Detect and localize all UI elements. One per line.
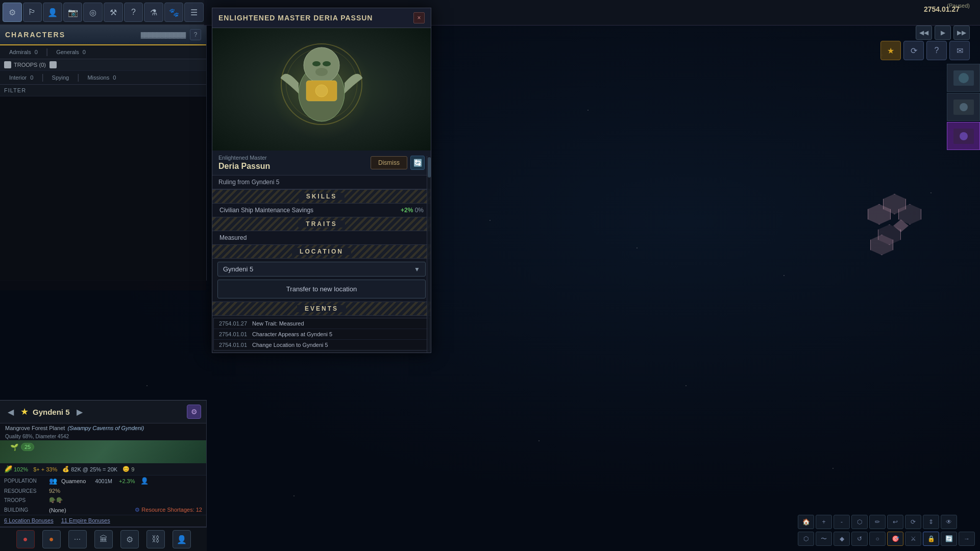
troops-icons: 🪖🪖 — [49, 497, 63, 504]
transfer-button[interactable]: Transfer to new location — [217, 280, 426, 298]
resources-row: RESOURCES 92% — [0, 486, 206, 495]
building-label: BUILDING — [4, 507, 45, 513]
planet-prev-button[interactable]: ◀ — [5, 407, 16, 417]
map-ctrl-undo[interactable]: ↩ — [887, 515, 903, 529]
empire-bonuses-link[interactable]: 11 Empire Bonuses — [61, 517, 110, 523]
event-text-2: Change Location to Gyndeni 5 — [252, 342, 328, 348]
map-ctrl-hex2[interactable]: ⬡ — [798, 532, 814, 546]
spying-tab[interactable]: Spying — [45, 72, 76, 83]
modal-close-button[interactable]: × — [413, 12, 425, 23]
map-ctrl-refresh[interactable]: 🔄 — [941, 532, 957, 546]
toolbar-camera-btn[interactable]: 📷 — [63, 3, 83, 22]
cycle-action-button[interactable]: ⟳ — [903, 41, 924, 60]
map-ctrl-wave[interactable]: 〜 — [816, 532, 832, 546]
toolbar-question-btn[interactable]: ? — [124, 3, 143, 22]
svg-point-9 — [323, 61, 331, 66]
admirals-tab[interactable]: Admirals 0 — [3, 47, 44, 57]
characters-panel: ⚙ 🏳 👤 📷 ◎ ⚒ ? ⚗ 🐾 ☰ CHARACTERS ▓▓▓▓▓▓▓▓▓… — [0, 0, 207, 281]
dismiss-button[interactable]: Dismiss — [371, 156, 407, 169]
thumbnail-3[interactable] — [947, 122, 980, 150]
skill-name: Civilian Ship Maintenance Savings — [219, 207, 313, 214]
map-ctrl-sword[interactable]: ⚔ — [905, 532, 921, 546]
thumbnail-2[interactable] — [947, 93, 980, 121]
svg-point-5 — [960, 132, 968, 140]
modal-title-bar: ENLIGHTENED MASTER DERIA PASSUN × — [212, 8, 431, 28]
modal-scrollbar[interactable] — [427, 156, 431, 353]
happiness-stat: 😊 9 — [122, 466, 134, 472]
map-ctrl-zoom-out[interactable]: - — [834, 515, 850, 529]
toolbar-flag-btn[interactable]: 🏳 — [23, 3, 42, 22]
map-ctrl-row-2: ⬡ 〜 ◆ ↺ ○ 🎯 ⚔ 🔒 🔄 → — [798, 532, 975, 546]
characters-help-button[interactable]: ? — [190, 29, 201, 40]
thumbnail-1[interactable] — [947, 64, 980, 92]
resources-label: RESOURCES — [4, 488, 45, 494]
mail-action-button[interactable]: ✉ — [949, 41, 970, 60]
money-pct-value: + 33% — [41, 466, 58, 472]
skill-row: Civilian Ship Maintenance Savings +2% 0% — [212, 204, 431, 217]
event-date-2: 2754.01.01 — [219, 342, 247, 348]
character-list — [0, 96, 206, 290]
map-ctrl-zoom-in[interactable]: + — [816, 515, 832, 529]
fast-forward-button[interactable]: ▶▶ — [953, 26, 970, 40]
bottom-toolbar: ● ● ··· 🏛 ⚙ ⛓ 👤 — [0, 527, 207, 551]
pop-race: Quameno — [61, 478, 86, 484]
planet-settings-button[interactable]: ⚙ — [187, 405, 201, 419]
location-bonuses-link[interactable]: 6 Location Bonuses — [4, 517, 54, 523]
play-button[interactable]: ▶ — [935, 26, 951, 40]
game-date: 2754.01.27 — [924, 5, 960, 13]
character-role: Enlightened Master — [218, 155, 270, 161]
resources-value: 92% — [49, 488, 60, 494]
map-ctrl-target[interactable]: 🎯 — [887, 532, 903, 546]
event-row-2: 2754.01.01 Change Location to Gyndeni 5 — [214, 340, 429, 350]
pop-growth: +2.3% — [119, 478, 135, 484]
right-panel-thumbnails — [947, 64, 980, 150]
planet-next-button[interactable]: ▶ — [74, 407, 85, 417]
toolbar-grid-btn[interactable]: ⚙ — [3, 3, 22, 22]
map-ctrl-arrows[interactable]: ⇕ — [923, 515, 939, 529]
bottom-tool-orange[interactable]: ● — [42, 530, 61, 548]
happiness-icon: 😊 — [122, 466, 130, 472]
toolbar-flask-btn[interactable]: ⚗ — [144, 3, 163, 22]
map-ctrl-circle[interactable]: ○ — [869, 532, 886, 546]
map-ctrl-cycle[interactable]: ↺ — [851, 532, 868, 546]
money-stat-icon: $+ — [33, 466, 40, 472]
bottom-tool-link[interactable]: ⛓ — [146, 530, 165, 548]
map-ctrl-rotate[interactable]: ⟳ — [905, 515, 921, 529]
role-subtabs: Interior 0 | Spying | Missions 0 — [0, 71, 206, 85]
money-amount-stat: 💰 82K @ 25% = 20K — [62, 466, 117, 472]
interior-tab[interactable]: Interior 0 — [3, 72, 40, 83]
toolbar-person-btn[interactable]: 👤 — [43, 3, 62, 22]
map-ctrl-arrow-right[interactable]: → — [959, 532, 975, 546]
map-ctrl-shield[interactable]: 🔒 — [923, 532, 939, 546]
svg-point-12 — [315, 68, 328, 76]
skills-title: SKILLS — [299, 193, 345, 200]
toolbar-hammer-btn[interactable]: ⚒ — [104, 3, 123, 22]
building-value: (None) — [49, 507, 66, 513]
planet-header: ◀ ★ Gyndeni 5 ▶ ⚙ — [0, 400, 206, 423]
map-ctrl-hex[interactable]: ⬡ — [851, 515, 868, 529]
generals-tab[interactable]: Generals 0 — [50, 47, 92, 57]
missions-tab[interactable]: Missions 0 — [81, 72, 122, 83]
map-ctrl-diamond[interactable]: ◆ — [834, 532, 850, 546]
star-icon: ★ — [20, 406, 29, 417]
bottom-tool-person[interactable]: 👤 — [173, 530, 191, 548]
map-ctrl-pencil[interactable]: ✏ — [869, 515, 886, 529]
resource-shortages: ⚙ Resource Shortages: 12 — [135, 507, 202, 513]
toolbar-paw-btn[interactable]: 🐾 — [164, 3, 184, 22]
map-ctrl-eye[interactable]: 👁 — [941, 515, 957, 529]
toolbar-cycle-btn[interactable]: ◎ — [83, 3, 103, 22]
toolbar-menu-btn[interactable]: ☰ — [184, 3, 204, 22]
traits-title: TRAITS — [298, 220, 345, 228]
help-action-button[interactable]: ? — [926, 41, 947, 60]
star-action-button[interactable]: ★ — [880, 41, 901, 60]
bottom-tool-red[interactable]: ● — [16, 530, 35, 548]
bottom-tool-building[interactable]: 🏛 — [94, 530, 113, 548]
bottom-tool-dots[interactable]: ··· — [68, 530, 87, 548]
refresh-button[interactable]: 🔄 — [410, 156, 425, 170]
location-dropdown[interactable]: Gyndeni 5 ▼ — [217, 262, 426, 277]
rewind-button[interactable]: ◀◀ — [916, 26, 932, 40]
skill-pct: 0% — [415, 207, 424, 214]
map-ctrl-home[interactable]: 🏠 — [798, 515, 814, 529]
panel-title: CHARACTERS — [5, 31, 65, 39]
bottom-tool-gear[interactable]: ⚙ — [120, 530, 139, 548]
